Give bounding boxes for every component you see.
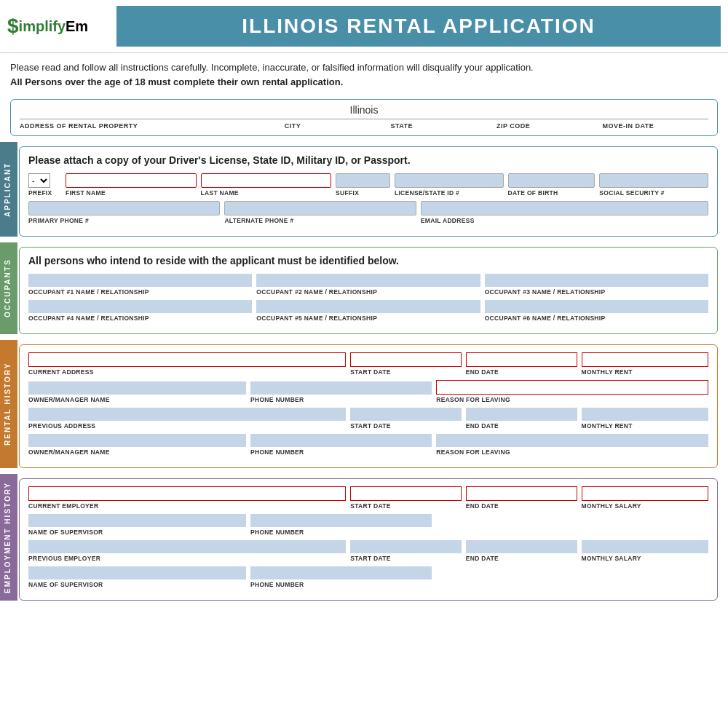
occupant3-input[interactable] bbox=[485, 274, 708, 287]
rental-current-owner-input[interactable] bbox=[28, 381, 246, 395]
employment-prev-phone-input[interactable] bbox=[250, 566, 432, 579]
dob-label: DATE OF BIRTH bbox=[508, 189, 596, 197]
employment-content: CURRENT EMPLOYER START DATE END DATE MON… bbox=[19, 478, 718, 601]
prefix-select[interactable]: - bbox=[28, 173, 50, 188]
rental-prev-owner-label: OWNER/MANAGER NAME bbox=[28, 448, 246, 456]
lastname-group: LAST NAME bbox=[201, 173, 332, 197]
rental-current-enddate-label: END DATE bbox=[466, 368, 577, 376]
rental-prev-enddate-input[interactable] bbox=[466, 408, 577, 421]
suffix-input[interactable] bbox=[336, 173, 390, 188]
employment-current-startdate-input[interactable] bbox=[350, 486, 462, 501]
logo: $ implifyEm bbox=[7, 15, 109, 38]
employment-history-section: EMPLOYMENT HISTORY CURRENT EMPLOYER STAR… bbox=[0, 474, 728, 601]
employment-current-phone-group: PHONE NUMBER bbox=[250, 514, 432, 536]
employment-current-employer-label: CURRENT EMPLOYER bbox=[28, 502, 346, 510]
rental-prev-address-label: PREVIOUS ADDRESS bbox=[28, 422, 346, 430]
licenseid-input[interactable] bbox=[395, 173, 504, 188]
licenseid-group: LICENSE/STATE ID # bbox=[395, 173, 504, 197]
employment-prev-supervisor-input[interactable] bbox=[28, 566, 246, 579]
occupant5-input[interactable] bbox=[256, 300, 480, 313]
occupants-row2: OCCUPANT #4 NAME / RELATIONSHIP OCCUPANT… bbox=[28, 300, 708, 322]
employment-current-supervisor-group: NAME OF SUPERVISOR bbox=[28, 514, 246, 536]
rental-history-section: RENTAL HISTORY CURRENT ADDRESS START DAT… bbox=[0, 340, 728, 468]
alt-phone-input[interactable] bbox=[224, 201, 416, 215]
ssn-input[interactable] bbox=[599, 173, 708, 188]
employment-prev-employer-input[interactable] bbox=[28, 540, 346, 553]
employment-current-employer-row: CURRENT EMPLOYER START DATE END DATE MON… bbox=[28, 486, 708, 510]
rental-label: RENTAL HISTORY bbox=[0, 340, 17, 468]
rental-prev-startdate-label: START DATE bbox=[350, 422, 462, 430]
logo-icon: $ bbox=[7, 15, 19, 38]
employment-prev-enddate-label: END DATE bbox=[466, 555, 577, 562]
occupant1-label: OCCUPANT #1 NAME / RELATIONSHIP bbox=[28, 288, 252, 296]
employment-current-supervisor-input[interactable] bbox=[28, 514, 246, 527]
employment-current-phone-input[interactable] bbox=[250, 514, 432, 527]
rental-current-enddate-input[interactable] bbox=[466, 352, 577, 367]
primary-phone-input[interactable] bbox=[28, 201, 220, 215]
rental-current-reason-input[interactable] bbox=[436, 380, 708, 395]
employment-prev-enddate-input[interactable] bbox=[466, 540, 577, 553]
primary-phone-label: PRIMARY PHONE # bbox=[28, 217, 220, 224]
employment-current-salary-input[interactable] bbox=[582, 486, 708, 501]
employment-prev-salary-group: MONTHLY SALARY bbox=[582, 540, 708, 562]
rental-prev-reason-label: REASON FOR LEAVING bbox=[436, 448, 708, 456]
rental-prev-startdate-input[interactable] bbox=[350, 408, 462, 421]
instruction-line2: All Persons over the age of 18 must comp… bbox=[10, 76, 343, 87]
instruction-line1: Please read and follow all instructions … bbox=[10, 62, 534, 73]
rental-prev-enddate-group: END DATE bbox=[466, 408, 577, 430]
rental-current-phone-input[interactable] bbox=[250, 381, 432, 395]
alt-phone-group: ALTERNATE PHONE # bbox=[224, 201, 416, 224]
employment-prev-salary-input[interactable] bbox=[582, 540, 708, 553]
employment-prev-enddate-group: END DATE bbox=[466, 540, 577, 562]
employment-prev-startdate-input[interactable] bbox=[350, 540, 462, 553]
rental-current-owner-row: OWNER/MANAGER NAME PHONE NUMBER REASON F… bbox=[28, 380, 708, 403]
rental-current-address-input[interactable] bbox=[28, 352, 346, 367]
applicant-content: Please attach a copy of your Driver's Li… bbox=[19, 146, 718, 237]
occupant2-input[interactable] bbox=[256, 274, 480, 287]
lastname-input[interactable] bbox=[201, 173, 332, 188]
rental-prev-phone-input[interactable] bbox=[250, 434, 432, 447]
email-input[interactable] bbox=[421, 201, 708, 215]
employment-current-enddate-input[interactable] bbox=[466, 486, 577, 501]
employment-current-employer-input[interactable] bbox=[28, 486, 346, 501]
employment-prev-supervisor-group: NAME OF SUPERVISOR bbox=[28, 566, 246, 588]
rental-current-reason-label: REASON FOR LEAVING bbox=[436, 396, 708, 403]
title-bar: ILLINOIS RENTAL APPLICATION bbox=[116, 6, 721, 47]
rental-current-enddate-group: END DATE bbox=[466, 352, 577, 376]
rental-prev-owner-input[interactable] bbox=[28, 434, 246, 447]
rental-current-rent-label: MONTHLY RENT bbox=[582, 368, 708, 376]
rental-current-rent-input[interactable] bbox=[582, 352, 708, 367]
rental-prev-owner-group: OWNER/MANAGER NAME bbox=[28, 434, 246, 456]
ssn-label: SOCIAL SECURITY # bbox=[599, 189, 708, 197]
employment-prev-phone-label: PHONE NUMBER bbox=[250, 581, 432, 588]
rental-current-startdate-label: START DATE bbox=[350, 368, 462, 376]
rental-current-address-group: CURRENT ADDRESS bbox=[28, 352, 346, 376]
dob-input[interactable] bbox=[508, 173, 596, 188]
applicant-section: APPLICANT Please attach a copy of your D… bbox=[0, 142, 728, 237]
employment-current-salary-label: MONTHLY SALARY bbox=[582, 502, 708, 510]
rental-current-owner-group: OWNER/MANAGER NAME bbox=[28, 381, 246, 403]
occupants-section: OCCUPANTS All persons who intend to resi… bbox=[0, 242, 728, 334]
occupants-content: All persons who intend to reside with th… bbox=[19, 247, 718, 334]
firstname-input[interactable] bbox=[66, 173, 197, 188]
instructions: Please read and follow all instructions … bbox=[0, 53, 728, 93]
ssn-group: SOCIAL SECURITY # bbox=[599, 173, 708, 197]
rental-current-startdate-input[interactable] bbox=[350, 352, 462, 367]
alt-phone-label: ALTERNATE PHONE # bbox=[224, 217, 416, 224]
rental-current-address-row: CURRENT ADDRESS START DATE END DATE MONT… bbox=[28, 352, 708, 376]
occupant6-label: OCCUPANT #6 NAME / RELATIONSHIP bbox=[485, 314, 708, 322]
occupants-label: OCCUPANTS bbox=[0, 242, 17, 334]
occupant4-input[interactable] bbox=[28, 300, 252, 313]
employment-prev-startdate-group: START DATE bbox=[350, 540, 462, 562]
occupant5-label: OCCUPANT #5 NAME / RELATIONSHIP bbox=[256, 314, 480, 322]
rental-prev-address-input[interactable] bbox=[28, 408, 346, 421]
occupant6-input[interactable] bbox=[485, 300, 708, 313]
occupant1-input[interactable] bbox=[28, 274, 252, 287]
zip-field-label: ZIP CODE bbox=[496, 122, 603, 130]
rental-prev-rent-input[interactable] bbox=[582, 408, 708, 421]
employment-current-supervisor-label: NAME OF SUPERVISOR bbox=[28, 529, 246, 536]
rental-prev-phone-group: PHONE NUMBER bbox=[250, 434, 432, 456]
rental-prev-reason-input[interactable] bbox=[436, 434, 708, 447]
employment-current-employer-group: CURRENT EMPLOYER bbox=[28, 486, 346, 510]
employment-current-enddate-group: END DATE bbox=[466, 486, 577, 510]
